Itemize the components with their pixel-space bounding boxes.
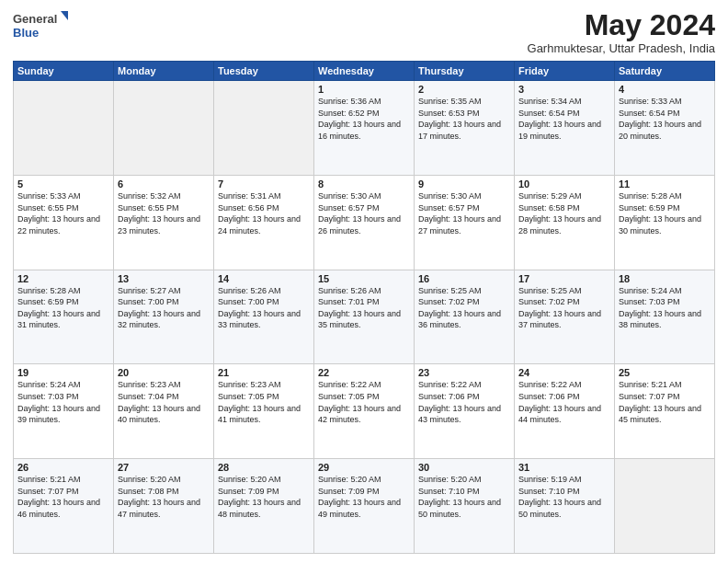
day-number: 3: [518, 84, 610, 95]
calendar-header-row: Sunday Monday Tuesday Wednesday Thursday…: [14, 62, 715, 81]
calendar-cell: 19Sunrise: 5:24 AM Sunset: 7:03 PM Dayli…: [14, 364, 114, 459]
calendar-cell: 14Sunrise: 5:26 AM Sunset: 7:00 PM Dayli…: [214, 270, 314, 364]
col-saturday: Saturday: [615, 62, 715, 81]
calendar-cell: 1Sunrise: 5:36 AM Sunset: 6:52 PM Daylig…: [314, 81, 415, 176]
day-info: Sunrise: 5:34 AM Sunset: 6:54 PM Dayligh…: [518, 96, 610, 142]
day-info: Sunrise: 5:26 AM Sunset: 7:01 PM Dayligh…: [318, 285, 410, 331]
location: Garhmuktesar, Uttar Pradesh, India: [528, 41, 715, 55]
day-info: Sunrise: 5:26 AM Sunset: 7:00 PM Dayligh…: [218, 285, 310, 331]
day-info: Sunrise: 5:23 AM Sunset: 7:05 PM Dayligh…: [218, 379, 310, 425]
calendar-week-0: 1Sunrise: 5:36 AM Sunset: 6:52 PM Daylig…: [14, 81, 715, 176]
calendar-week-3: 19Sunrise: 5:24 AM Sunset: 7:03 PM Dayli…: [14, 364, 715, 459]
calendar-cell: 27Sunrise: 5:20 AM Sunset: 7:08 PM Dayli…: [114, 459, 214, 554]
calendar-cell: 15Sunrise: 5:26 AM Sunset: 7:01 PM Dayli…: [314, 270, 415, 364]
day-number: 28: [218, 462, 310, 473]
day-info: Sunrise: 5:30 AM Sunset: 6:57 PM Dayligh…: [418, 190, 510, 236]
day-info: Sunrise: 5:22 AM Sunset: 7:06 PM Dayligh…: [418, 379, 510, 425]
day-info: Sunrise: 5:29 AM Sunset: 6:58 PM Dayligh…: [518, 190, 610, 236]
calendar-cell: 6Sunrise: 5:32 AM Sunset: 6:55 PM Daylig…: [114, 175, 214, 270]
col-thursday: Thursday: [415, 62, 515, 81]
calendar-cell: 7Sunrise: 5:31 AM Sunset: 6:56 PM Daylig…: [214, 175, 314, 270]
day-number: 2: [418, 84, 510, 95]
day-number: 25: [619, 367, 711, 378]
day-number: 12: [17, 273, 109, 284]
day-number: 6: [118, 178, 210, 190]
day-number: 22: [318, 367, 410, 378]
day-info: Sunrise: 5:20 AM Sunset: 7:08 PM Dayligh…: [118, 474, 210, 520]
day-number: 26: [17, 462, 109, 473]
day-number: 10: [518, 178, 610, 190]
day-info: Sunrise: 5:32 AM Sunset: 6:55 PM Dayligh…: [118, 190, 210, 236]
day-number: 1: [318, 84, 410, 95]
title-area: May 2024 Garhmuktesar, Uttar Pradesh, In…: [528, 9, 715, 55]
calendar-cell: [214, 81, 314, 176]
day-number: 8: [318, 178, 410, 190]
day-info: Sunrise: 5:30 AM Sunset: 6:57 PM Dayligh…: [318, 190, 410, 236]
calendar-cell: 23Sunrise: 5:22 AM Sunset: 7:06 PM Dayli…: [415, 364, 515, 459]
month-title: May 2024: [528, 9, 715, 41]
calendar-table: Sunday Monday Tuesday Wednesday Thursday…: [13, 61, 715, 554]
logo: General Blue: [13, 9, 68, 42]
day-number: 11: [619, 178, 711, 190]
calendar-cell: 10Sunrise: 5:29 AM Sunset: 6:58 PM Dayli…: [515, 175, 615, 270]
calendar-cell: 21Sunrise: 5:23 AM Sunset: 7:05 PM Dayli…: [214, 364, 314, 459]
col-friday: Friday: [515, 62, 615, 81]
day-number: 18: [619, 273, 711, 284]
day-number: 17: [518, 273, 610, 284]
day-number: 31: [518, 462, 610, 473]
day-info: Sunrise: 5:22 AM Sunset: 7:05 PM Dayligh…: [318, 379, 410, 425]
day-number: 27: [118, 462, 210, 473]
calendar-cell: 8Sunrise: 5:30 AM Sunset: 6:57 PM Daylig…: [314, 175, 415, 270]
page: General Blue May 2024 Garhmuktesar, Utta…: [0, 0, 728, 563]
calendar-cell: [615, 459, 715, 554]
calendar-cell: 9Sunrise: 5:30 AM Sunset: 6:57 PM Daylig…: [415, 175, 515, 270]
calendar-cell: 12Sunrise: 5:28 AM Sunset: 6:59 PM Dayli…: [14, 270, 114, 364]
calendar-cell: 25Sunrise: 5:21 AM Sunset: 7:07 PM Dayli…: [615, 364, 715, 459]
calendar-cell: 24Sunrise: 5:22 AM Sunset: 7:06 PM Dayli…: [515, 364, 615, 459]
col-wednesday: Wednesday: [314, 62, 415, 81]
calendar-cell: 4Sunrise: 5:33 AM Sunset: 6:54 PM Daylig…: [615, 81, 715, 176]
day-info: Sunrise: 5:20 AM Sunset: 7:09 PM Dayligh…: [318, 474, 410, 520]
day-number: 20: [118, 367, 210, 378]
calendar-cell: [114, 81, 214, 176]
day-number: 19: [17, 367, 109, 378]
day-info: Sunrise: 5:20 AM Sunset: 7:09 PM Dayligh…: [218, 474, 310, 520]
day-info: Sunrise: 5:25 AM Sunset: 7:02 PM Dayligh…: [518, 285, 610, 331]
day-info: Sunrise: 5:36 AM Sunset: 6:52 PM Dayligh…: [318, 96, 410, 142]
svg-text:Blue: Blue: [13, 26, 39, 40]
day-number: 30: [418, 462, 510, 473]
day-number: 4: [619, 84, 711, 95]
calendar-cell: 26Sunrise: 5:21 AM Sunset: 7:07 PM Dayli…: [14, 459, 114, 554]
day-info: Sunrise: 5:28 AM Sunset: 6:59 PM Dayligh…: [619, 190, 711, 236]
logo-svg: General Blue: [13, 9, 68, 42]
day-info: Sunrise: 5:28 AM Sunset: 6:59 PM Dayligh…: [17, 285, 109, 331]
day-info: Sunrise: 5:21 AM Sunset: 7:07 PM Dayligh…: [619, 379, 711, 425]
calendar-week-2: 12Sunrise: 5:28 AM Sunset: 6:59 PM Dayli…: [14, 270, 715, 364]
calendar-cell: 20Sunrise: 5:23 AM Sunset: 7:04 PM Dayli…: [114, 364, 214, 459]
calendar-cell: 17Sunrise: 5:25 AM Sunset: 7:02 PM Dayli…: [515, 270, 615, 364]
calendar-week-1: 5Sunrise: 5:33 AM Sunset: 6:55 PM Daylig…: [14, 175, 715, 270]
calendar-cell: 3Sunrise: 5:34 AM Sunset: 6:54 PM Daylig…: [515, 81, 615, 176]
day-number: 7: [218, 178, 310, 190]
col-tuesday: Tuesday: [214, 62, 314, 81]
calendar-cell: 22Sunrise: 5:22 AM Sunset: 7:05 PM Dayli…: [314, 364, 415, 459]
day-number: 9: [418, 178, 510, 190]
calendar-cell: [14, 81, 114, 176]
day-info: Sunrise: 5:33 AM Sunset: 6:55 PM Dayligh…: [17, 190, 109, 236]
col-monday: Monday: [114, 62, 214, 81]
calendar-week-4: 26Sunrise: 5:21 AM Sunset: 7:07 PM Dayli…: [14, 459, 715, 554]
day-info: Sunrise: 5:22 AM Sunset: 7:06 PM Dayligh…: [518, 379, 610, 425]
col-sunday: Sunday: [14, 62, 114, 81]
svg-text:General: General: [13, 12, 57, 26]
calendar-cell: 28Sunrise: 5:20 AM Sunset: 7:09 PM Dayli…: [214, 459, 314, 554]
day-info: Sunrise: 5:19 AM Sunset: 7:10 PM Dayligh…: [518, 474, 610, 520]
day-number: 23: [418, 367, 510, 378]
day-number: 13: [118, 273, 210, 284]
day-number: 15: [318, 273, 410, 284]
calendar-cell: 18Sunrise: 5:24 AM Sunset: 7:03 PM Dayli…: [615, 270, 715, 364]
calendar-cell: 31Sunrise: 5:19 AM Sunset: 7:10 PM Dayli…: [515, 459, 615, 554]
calendar-cell: 13Sunrise: 5:27 AM Sunset: 7:00 PM Dayli…: [114, 270, 214, 364]
day-info: Sunrise: 5:21 AM Sunset: 7:07 PM Dayligh…: [17, 474, 109, 520]
day-info: Sunrise: 5:33 AM Sunset: 6:54 PM Dayligh…: [619, 96, 711, 142]
day-number: 14: [218, 273, 310, 284]
